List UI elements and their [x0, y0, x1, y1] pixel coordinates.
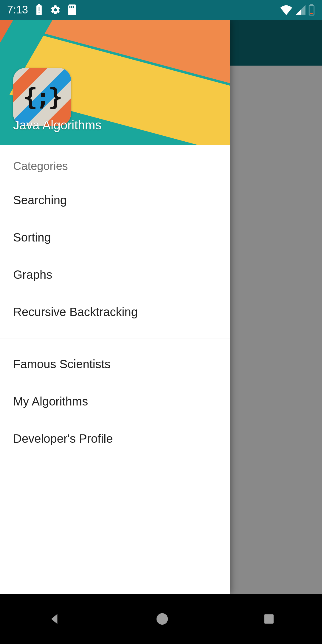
wifi-icon — [280, 4, 293, 15]
status-left: 7:13 — [7, 4, 76, 16]
drawer-scroll[interactable]: Categories Searching Sorting Graphs Recu… — [0, 145, 230, 594]
sd-card-icon — [67, 4, 76, 15]
app-icon-code: {;} — [13, 68, 71, 126]
app-icon: {;} — [13, 68, 71, 126]
status-bar: 7:13 — [0, 0, 322, 20]
svg-point-10 — [157, 613, 168, 625]
battery-alert-icon — [35, 4, 44, 16]
svg-rect-11 — [264, 614, 274, 624]
drawer-item-sorting[interactable]: Sorting — [0, 219, 230, 256]
system-nav-bar — [0, 594, 322, 644]
nav-home-button[interactable] — [155, 612, 169, 626]
svg-rect-2 — [39, 7, 40, 11]
drawer-item-developers-profile[interactable]: Developer's Profile — [0, 420, 230, 457]
svg-rect-3 — [39, 12, 40, 13]
drawer-header: {;} Java Algorithms — [0, 20, 230, 145]
svg-rect-1 — [38, 4, 40, 6]
nav-recent-button[interactable] — [263, 613, 275, 625]
settings-gear-icon — [50, 4, 61, 15]
drawer-item-recursive-backtracking[interactable]: Recursive Backtracking — [0, 293, 230, 331]
status-time: 7:13 — [7, 4, 28, 16]
drawer-item-famous-scientists[interactable]: Famous Scientists — [0, 346, 230, 383]
nav-back-button[interactable] — [47, 612, 62, 626]
drawer-title: Java Algorithms — [13, 118, 101, 132]
drawer-section-header: Categories — [0, 145, 230, 182]
svg-rect-5 — [71, 6, 72, 8]
status-right — [280, 4, 315, 16]
svg-rect-4 — [69, 6, 70, 8]
drawer-item-my-algorithms[interactable]: My Algorithms — [0, 383, 230, 420]
svg-rect-6 — [73, 6, 74, 8]
drawer-item-searching[interactable]: Searching — [0, 182, 230, 219]
drawer-divider — [0, 338, 230, 338]
svg-rect-9 — [310, 13, 313, 14]
navigation-drawer: {;} Java Algorithms Categories Searching… — [0, 20, 230, 594]
drawer-item-graphs[interactable]: Graphs — [0, 256, 230, 293]
svg-rect-8 — [310, 4, 313, 5]
cellular-signal-icon — [295, 4, 306, 15]
battery-low-icon — [308, 4, 315, 16]
